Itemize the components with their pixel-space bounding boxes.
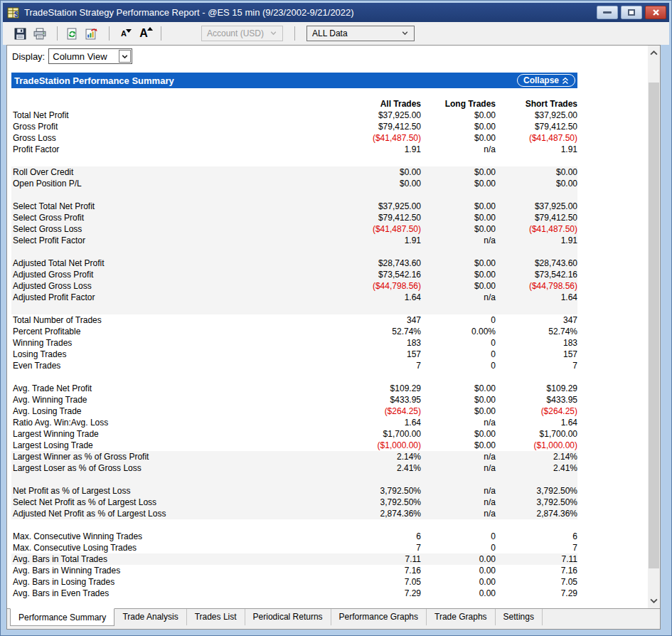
table-row: Select Gross Profit$79,412.50$0.00$79,41…: [11, 212, 577, 223]
row-value: 0.00: [421, 553, 496, 565]
column-header-all-trades: All Trades: [286, 98, 421, 110]
tab-bar: Performance SummaryTrade AnalysisTrades …: [7, 608, 660, 629]
row-value: 2.14%: [286, 451, 421, 462]
row-label: Largest Winning Trade: [11, 428, 286, 440]
row-label: Adjusted Gross Profit: [11, 269, 286, 280]
display-row: Display: Column View: [7, 46, 648, 67]
minimize-icon: [603, 11, 612, 14]
vertical-scrollbar[interactable]: [648, 46, 660, 608]
print-button[interactable]: [31, 25, 48, 42]
table-row: Adjusted Gross Loss($44,798.56)$0.00($44…: [11, 280, 577, 292]
tab-performance-summary[interactable]: Performance Summary: [10, 608, 114, 626]
tab-settings[interactable]: Settings: [496, 609, 543, 625]
row-value: 1.91: [286, 144, 421, 155]
app-icon: $: [7, 7, 20, 18]
row-value: 2.41%: [286, 462, 421, 474]
tab-trade-graphs[interactable]: Trade Graphs: [427, 609, 496, 625]
row-value: $28,743.60: [286, 258, 421, 269]
tab-performance-graphs[interactable]: Performance Graphs: [331, 609, 427, 625]
row-label: Percent Profitable: [11, 326, 286, 337]
decrease-font-button[interactable]: A: [115, 25, 132, 42]
row-value: 7.16: [496, 565, 577, 576]
collapse-chevrons-icon: [562, 77, 569, 85]
row-value: 1.64: [286, 417, 421, 428]
row-value: $79,412.50: [286, 212, 421, 223]
print-icon: [33, 28, 46, 40]
row-label: Profit Factor: [11, 144, 286, 155]
refresh-report-button[interactable]: [63, 25, 80, 42]
row-value: ($264.25): [286, 406, 421, 417]
table-spacer-row: [11, 189, 577, 201]
row-label: Adjusted Total Net Profit: [11, 258, 286, 269]
row-label: Avg. Trade Net Profit: [11, 383, 286, 394]
row-label: Avg. Losing Trade: [11, 406, 286, 417]
row-value: $0.00: [421, 280, 496, 292]
row-value: 7: [286, 360, 421, 371]
tab-trade-analysis[interactable]: Trade Analysis: [114, 609, 186, 625]
account-select[interactable]: Account (USD): [201, 26, 283, 41]
row-value: 0: [421, 337, 496, 349]
row-value: $1,700.00: [496, 428, 577, 440]
chevron-down-icon: [270, 29, 277, 37]
row-value: 1.64: [286, 292, 421, 303]
row-value: $37,925.00: [286, 201, 421, 212]
row-value: $109.29: [286, 383, 421, 394]
row-value: 3,792.50%: [286, 485, 421, 497]
tab-periodical-returns[interactable]: Periodical Returns: [245, 609, 331, 625]
row-label: Total Number of Trades: [11, 314, 286, 326]
row-value: 2.14%: [496, 451, 577, 462]
row-value: n/a: [421, 292, 496, 303]
row-value: $0.00: [496, 166, 577, 178]
app-window: $ TradeStation Strategy Performance Repo…: [0, 0, 672, 636]
svg-text:$: $: [14, 11, 18, 18]
save-icon: [14, 28, 26, 40]
table-row: Adjusted Profit Factor1.64n/a1.64: [11, 292, 577, 303]
row-label: Roll Over Credit: [11, 166, 286, 178]
minimize-button[interactable]: [597, 6, 618, 19]
row-value: 7.16: [286, 565, 421, 576]
row-value: $79,412.50: [286, 121, 421, 132]
row-value: 0.00: [421, 588, 496, 599]
scroll-down-button[interactable]: [648, 595, 660, 607]
row-value: 0: [421, 314, 496, 326]
row-label: Gross Profit: [11, 121, 286, 132]
row-value: n/a: [421, 235, 496, 246]
row-value: 6: [496, 531, 577, 542]
row-value: n/a: [421, 462, 496, 474]
tab-trades-list[interactable]: Trades List: [187, 609, 245, 625]
title-bar: $ TradeStation Strategy Performance Repo…: [3, 3, 669, 22]
account-select-value: Account (USD): [207, 28, 264, 38]
collapse-button[interactable]: Collapse: [517, 74, 575, 87]
row-label: Adjusted Profit Factor: [11, 292, 286, 303]
restore-button[interactable]: [621, 6, 642, 19]
row-value: 7: [286, 542, 421, 553]
row-value: 0: [421, 531, 496, 542]
row-label: Avg. Bars in Losing Trades: [11, 576, 286, 588]
format-report-icon: [85, 28, 98, 40]
row-label: Select Net Profit as % of Largest Loss: [11, 497, 286, 508]
row-value: ($44,798.56): [286, 280, 421, 292]
row-value: n/a: [421, 144, 496, 155]
table-row: Avg. Bars in Even Trades7.290.007.29: [11, 588, 577, 599]
scroll-up-button[interactable]: [648, 47, 660, 59]
increase-font-icon: A: [139, 27, 148, 40]
row-value: 2,874.36%: [496, 508, 577, 519]
row-value: 0: [421, 360, 496, 371]
table-spacer-row: [11, 155, 577, 166]
table-row: Ratio Avg. Win:Avg. Loss1.64n/a1.64: [11, 417, 577, 428]
row-value: 1.64: [496, 417, 577, 428]
table-row: Largest Winner as % of Gross Profit2.14%…: [11, 451, 577, 462]
display-view-select[interactable]: Column View: [48, 48, 132, 64]
scrollbar-thumb[interactable]: [649, 83, 659, 568]
close-button[interactable]: [645, 6, 666, 19]
row-value: $0.00: [421, 406, 496, 417]
increase-font-button[interactable]: A: [135, 25, 152, 42]
row-value: $37,925.00: [286, 110, 421, 121]
row-value: $0.00: [421, 428, 496, 440]
data-range-select[interactable]: ALL Data: [306, 26, 415, 41]
client-area: Display: Column View TradeStation Perfor…: [6, 45, 661, 630]
format-report-button[interactable]: [83, 25, 100, 42]
table-row: Net Profit as % of Largest Loss3,792.50%…: [11, 485, 577, 497]
toolbar: A A Account (USD) ALL Data: [3, 22, 669, 45]
save-button[interactable]: [11, 25, 28, 42]
